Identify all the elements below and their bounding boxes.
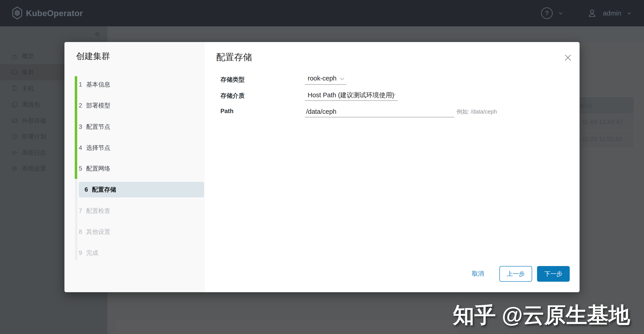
cluster-icon <box>11 68 18 76</box>
cancel-button[interactable]: 取消 <box>468 270 488 278</box>
path-underline <box>305 117 454 117</box>
wizard-step-9[interactable]: 9 完成 <box>79 245 204 261</box>
chevron-down-icon <box>340 77 345 80</box>
step-panel-title: 配置存储 <box>216 51 252 63</box>
wizard-remaining-bar <box>75 179 77 261</box>
host-icon <box>11 84 18 92</box>
path-hint: 例如: /data/ceph <box>456 108 497 115</box>
help-icon[interactable]: ? <box>541 7 553 19</box>
wizard-step-1[interactable]: 1 基本信息 <box>79 77 204 92</box>
storage-medium-select[interactable]: Host Path (建议测试环境使用) <box>308 91 394 100</box>
storage-medium-underline <box>305 100 398 101</box>
wizard-step-7[interactable]: 7 配置检查 <box>79 203 204 219</box>
field-label-path: Path <box>220 108 234 115</box>
user-icon <box>587 8 597 18</box>
storage-icon <box>11 117 18 124</box>
wizard-step-5[interactable]: 5 配置网络 <box>79 161 204 176</box>
wizard-step-2[interactable]: 2 部署模型 <box>79 98 204 113</box>
log-icon <box>11 149 18 156</box>
field-label-storage-type: 存储类型 <box>220 75 244 84</box>
table-row: -11-04 12:44:42 <box>580 119 622 126</box>
table-row: -11-28 11:52:42 <box>580 136 622 143</box>
help-caret-icon <box>558 12 563 15</box>
user-menu[interactable]: admin <box>603 9 621 17</box>
next-step-button[interactable]: 下一步 <box>537 266 570 282</box>
brand[interactable]: KubeOperator <box>12 6 83 20</box>
wizard-step-6-current[interactable]: 6 配置存储 <box>79 182 204 197</box>
package-icon <box>11 101 18 108</box>
app-header: KubeOperator ? admin <box>0 0 644 26</box>
wizard-step-3[interactable]: 3 配置节点 <box>79 119 204 135</box>
table-header-time: 时间 <box>581 102 592 110</box>
path-input[interactable] <box>306 107 449 116</box>
storage-type-select[interactable]: rook-ceph <box>308 75 336 82</box>
watermark: 知乎 @云原生基地 <box>453 301 630 330</box>
brand-name: KubeOperator <box>26 9 83 18</box>
dashboard-icon <box>11 52 18 60</box>
user-caret-icon <box>627 12 632 15</box>
toolbar-strip <box>108 26 644 42</box>
storage-type-underline <box>305 84 346 85</box>
background-card-edge <box>115 319 459 334</box>
previous-step-button[interactable]: 上一步 <box>500 266 532 282</box>
kubeoperator-logo-icon <box>12 6 22 20</box>
wizard-progress-bar <box>75 76 77 179</box>
field-label-storage-medium: 存储介质 <box>220 92 244 100</box>
settings-icon <box>11 165 18 172</box>
plan-icon <box>11 133 18 140</box>
wizard-step-8[interactable]: 8 其他设置 <box>79 224 204 240</box>
sidebar-collapse-button[interactable]: « <box>95 29 100 38</box>
close-icon[interactable] <box>563 53 573 63</box>
wizard-step-4[interactable]: 4 选择节点 <box>79 140 204 156</box>
chevron-down-icon <box>391 93 396 97</box>
modal-title: 创建集群 <box>76 50 110 62</box>
create-cluster-modal: 创建集群 1 基本信息 2 部署模型 3 配置节点 4 选择节点 5 配置网络 … <box>64 42 580 292</box>
